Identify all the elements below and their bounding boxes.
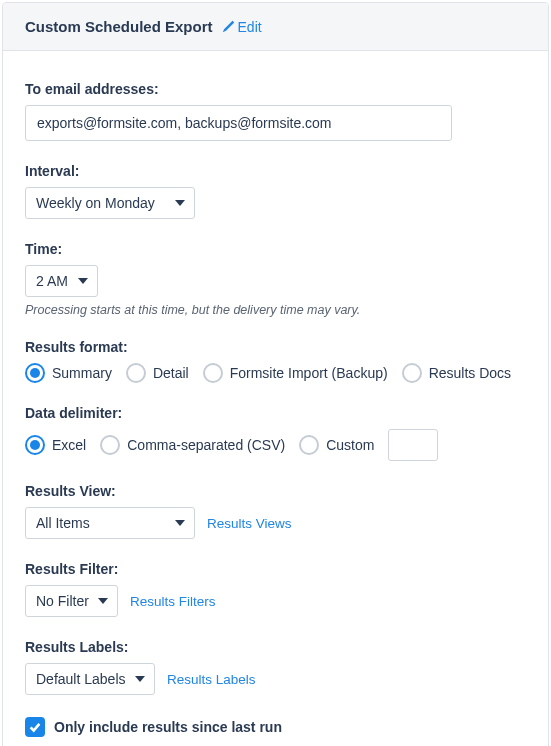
radio-icon [100, 435, 120, 455]
results-filter-select[interactable]: No Filter [25, 585, 118, 617]
time-label: Time: [25, 241, 526, 257]
pencil-icon [221, 20, 235, 34]
check-icon [28, 720, 42, 734]
results-labels-link[interactable]: Results Labels [167, 672, 256, 687]
panel-title: Custom Scheduled Export [25, 18, 213, 35]
results-filter-label: Results Filter: [25, 561, 526, 577]
custom-scheduled-export-panel: Custom Scheduled Export Edit To email ad… [2, 2, 549, 746]
email-label: To email addresses: [25, 81, 526, 97]
radio-icon [126, 363, 146, 383]
radio-summary[interactable]: Summary [25, 363, 112, 383]
radio-detail[interactable]: Detail [126, 363, 189, 383]
results-view-label: Results View: [25, 483, 526, 499]
radio-custom-label: Custom [326, 437, 374, 453]
radio-formsite-import-label: Formsite Import (Backup) [230, 365, 388, 381]
radio-csv[interactable]: Comma-separated (CSV) [100, 435, 285, 455]
interval-field-group: Interval: Weekly on Monday [25, 163, 526, 219]
panel-header: Custom Scheduled Export Edit [3, 3, 548, 51]
radio-icon [299, 435, 319, 455]
radio-detail-label: Detail [153, 365, 189, 381]
radio-results-docs[interactable]: Results Docs [402, 363, 511, 383]
edit-link[interactable]: Edit [221, 19, 262, 35]
email-input[interactable] [25, 105, 452, 141]
radio-icon [25, 363, 45, 383]
radio-icon [402, 363, 422, 383]
results-view-select[interactable]: All Items [25, 507, 195, 539]
data-delimiter-label: Data delimiter: [25, 405, 526, 421]
results-labels-group: Results Labels: Default Labels Results L… [25, 639, 526, 695]
results-format-label: Results format: [25, 339, 526, 355]
email-field-group: To email addresses: [25, 81, 526, 141]
results-view-group: Results View: All Items Results Views [25, 483, 526, 539]
interval-select[interactable]: Weekly on Monday [25, 187, 195, 219]
radio-excel[interactable]: Excel [25, 435, 86, 455]
results-format-group: Results format: Summary Detail Formsite … [25, 339, 526, 383]
radio-icon [203, 363, 223, 383]
only-since-last-label: Only include results since last run [54, 719, 282, 735]
interval-label: Interval: [25, 163, 526, 179]
radio-excel-label: Excel [52, 437, 86, 453]
data-delimiter-group: Data delimiter: Excel Comma-separated (C… [25, 405, 526, 461]
results-views-link[interactable]: Results Views [207, 516, 292, 531]
radio-results-docs-label: Results Docs [429, 365, 511, 381]
radio-custom[interactable]: Custom [299, 435, 374, 455]
panel-body: To email addresses: Interval: Weekly on … [3, 51, 548, 746]
results-filters-link[interactable]: Results Filters [130, 594, 216, 609]
results-filter-group: Results Filter: No Filter Results Filter… [25, 561, 526, 617]
radio-csv-label: Comma-separated (CSV) [127, 437, 285, 453]
edit-label: Edit [238, 19, 262, 35]
only-since-last-checkbox[interactable] [25, 717, 45, 737]
radio-summary-label: Summary [52, 365, 112, 381]
results-labels-label: Results Labels: [25, 639, 526, 655]
time-hint: Processing starts at this time, but the … [25, 303, 526, 317]
custom-delimiter-input[interactable] [388, 429, 438, 461]
time-field-group: Time: 2 AM Processing starts at this tim… [25, 241, 526, 317]
radio-formsite-import[interactable]: Formsite Import (Backup) [203, 363, 388, 383]
time-select[interactable]: 2 AM [25, 265, 98, 297]
results-labels-select[interactable]: Default Labels [25, 663, 155, 695]
only-since-last-row: Only include results since last run [25, 717, 526, 737]
radio-icon [25, 435, 45, 455]
